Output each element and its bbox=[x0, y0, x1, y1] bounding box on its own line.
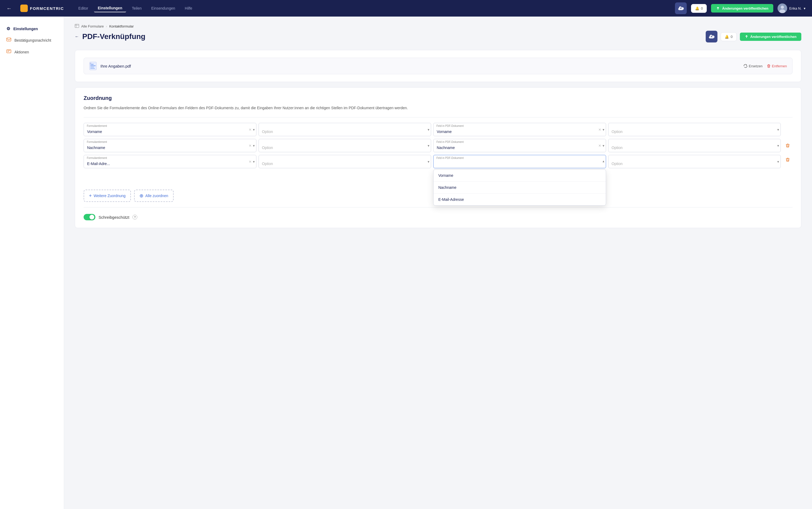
breadcrumb-home-icon bbox=[75, 24, 79, 29]
page-header: ← PDF-Verknüpfung 🔔 0 bbox=[75, 31, 801, 42]
logo: FORMCENTRIC bbox=[20, 4, 64, 12]
page-title: PDF-Verknüpfung bbox=[82, 32, 145, 41]
sidebar-label-aktionen: Aktionen bbox=[14, 50, 29, 54]
header-publish-button[interactable]: Änderungen veröffentlichen bbox=[740, 33, 801, 41]
clear-form-1[interactable]: ✕ bbox=[248, 127, 252, 132]
nav-editor[interactable]: Editor bbox=[74, 4, 92, 12]
svg-rect-0 bbox=[22, 6, 24, 8]
form-field-select-1[interactable]: Formularelement Vorname ✕ ▾ bbox=[83, 123, 257, 136]
svg-rect-3 bbox=[24, 8, 26, 10]
topnav-right: 🔔 0 Änderungen veröffentlichen Erika N. … bbox=[675, 2, 806, 14]
layout: ⚙ Einstellungen Bestätigungsnachricht Ak… bbox=[0, 16, 812, 509]
clear-pdf-2[interactable]: ✕ bbox=[598, 143, 602, 148]
pdf-field-icons-2: ✕ ▾ bbox=[598, 143, 605, 148]
pdf-option-icons-3: ▾ bbox=[777, 160, 779, 164]
breadcrumb-all-forms[interactable]: Alle Formulare bbox=[81, 24, 104, 28]
nav-teilen[interactable]: Teilen bbox=[128, 4, 145, 12]
chevron-form-3[interactable]: ▾ bbox=[253, 160, 255, 164]
svg-rect-17 bbox=[90, 68, 95, 69]
clear-pdf-1[interactable]: ✕ bbox=[598, 127, 602, 132]
nav-einstellungen[interactable]: Einstellungen bbox=[94, 4, 126, 12]
chevron-option-2[interactable]: ▾ bbox=[428, 144, 430, 148]
avatar bbox=[778, 3, 787, 13]
pdf-option-select-1[interactable]: Option ▾ bbox=[608, 123, 781, 136]
chevron-pdf-3[interactable]: ▾ bbox=[603, 160, 605, 164]
user-menu[interactable]: Erika N. ▾ bbox=[778, 3, 806, 13]
pdf-field-value-1[interactable]: Vorname bbox=[433, 123, 606, 136]
pdf-field-icons-3: ▾ bbox=[603, 160, 605, 164]
chevron-pdf-opt-1[interactable]: ▾ bbox=[777, 128, 779, 132]
pdf-actions: Ersetzen Entfernen bbox=[744, 64, 787, 68]
chevron-pdf-opt-3[interactable]: ▾ bbox=[777, 160, 779, 164]
pdf-option-icons-2: ▾ bbox=[777, 144, 779, 148]
form-option-select-3[interactable]: Option ▾ bbox=[259, 155, 431, 168]
svg-rect-15 bbox=[90, 65, 96, 66]
header-cloud-button[interactable] bbox=[706, 31, 717, 42]
form-option-icons-1: ▾ bbox=[428, 128, 430, 132]
publish-button[interactable]: Änderungen veröffentlichen bbox=[711, 4, 773, 12]
help-icon[interactable]: ? bbox=[133, 215, 137, 219]
user-name: Erika N. bbox=[789, 6, 802, 10]
top-navigation: ← FORMCENTRIC Editor Einstellungen Teile… bbox=[0, 0, 812, 16]
svg-text:PDF: PDF bbox=[91, 64, 94, 65]
chevron-pdf-opt-2[interactable]: ▾ bbox=[777, 144, 779, 148]
nav-hilfe[interactable]: Hilfe bbox=[181, 4, 196, 12]
page-back-button[interactable]: ← bbox=[75, 34, 79, 39]
sidebar-item-einstellungen[interactable]: ⚙ Einstellungen bbox=[0, 23, 64, 34]
pdf-field-select-2[interactable]: Feld in PDF-Dokument Nachname ✕ ▾ bbox=[433, 139, 606, 152]
zuordnung-card: Zuordnung Ordnen Sie die Formularelement… bbox=[75, 87, 801, 228]
add-all-icon: ⊕ bbox=[139, 193, 143, 199]
main-content: Alle Formulare › Kontaktformular ← PDF-V… bbox=[64, 16, 812, 509]
dropdown-option-vorname[interactable]: Vorname bbox=[434, 170, 606, 181]
delete-row-2[interactable] bbox=[783, 141, 792, 150]
add-icon: + bbox=[89, 193, 92, 199]
pdf-file-row: PDF Ihre Angaben.pdf Ersetzen bbox=[83, 58, 792, 74]
pdf-field-select-1[interactable]: Feld in PDF-Dokument Vorname ✕ ▾ bbox=[433, 123, 606, 136]
clear-form-3[interactable]: ✕ bbox=[248, 159, 252, 164]
user-chevron: ▾ bbox=[804, 6, 806, 10]
chevron-option-3[interactable]: ▾ bbox=[428, 160, 430, 164]
header-bell-icon: 🔔 bbox=[725, 35, 729, 39]
form-option-select-2[interactable]: Option ▾ bbox=[259, 139, 431, 152]
header-bell-count: 0 bbox=[731, 35, 733, 39]
nav-links: Editor Einstellungen Teilen Einsendungen… bbox=[74, 4, 667, 12]
settings-icon: ⚙ bbox=[6, 26, 10, 31]
replace-pdf-button[interactable]: Ersetzen bbox=[744, 64, 762, 68]
svg-rect-16 bbox=[90, 67, 94, 68]
notification-bell[interactable]: 🔔 0 bbox=[691, 4, 707, 13]
pdf-field-select-3[interactable]: Feld in PDF-Dokument ▾ Vorname Nachname … bbox=[433, 155, 606, 168]
page-header-actions: 🔔 0 Änderungen veröffentlichen bbox=[706, 31, 801, 42]
sidebar-item-aktionen[interactable]: Aktionen bbox=[0, 46, 64, 58]
delete-row-3[interactable] bbox=[783, 155, 792, 165]
form-field-icons-1: ✕ ▾ bbox=[248, 127, 255, 132]
form-option-select-1[interactable]: Option ▾ bbox=[259, 123, 431, 136]
chevron-form-2[interactable]: ▾ bbox=[253, 144, 255, 148]
section-description: Ordnen Sie die Formularelemente des Onli… bbox=[83, 105, 792, 111]
form-option-icons-2: ▾ bbox=[428, 144, 430, 148]
chevron-form-1[interactable]: ▾ bbox=[253, 128, 255, 132]
schreibgeschuetzt-toggle[interactable] bbox=[83, 214, 95, 220]
clear-form-2[interactable]: ✕ bbox=[248, 143, 252, 148]
chevron-option-1[interactable]: ▾ bbox=[428, 128, 430, 132]
nav-back-button[interactable]: ← bbox=[6, 5, 12, 11]
toggle-row: Schreibgeschützt ? bbox=[83, 214, 792, 220]
sidebar-item-bestaetigungsnachricht[interactable]: Bestätigungsnachricht bbox=[0, 34, 64, 46]
pdf-option-select-2[interactable]: Option ▾ bbox=[608, 139, 781, 152]
form-field-select-3[interactable]: Formularelement E-Mail-Adre... ✕ ▾ bbox=[83, 155, 257, 168]
chevron-pdf-2[interactable]: ▾ bbox=[603, 144, 605, 148]
form-field-select-2[interactable]: Formularelement Nachname ✕ ▾ bbox=[83, 139, 257, 152]
dropdown-option-nachname[interactable]: Nachname bbox=[434, 181, 606, 194]
dropdown-option-email[interactable]: E-Mail-Adresse bbox=[434, 194, 606, 205]
mapping-row-2: Formularelement Nachname ✕ ▾ Option bbox=[83, 139, 792, 152]
chevron-pdf-1[interactable]: ▾ bbox=[603, 128, 605, 132]
form-field-value-1[interactable]: Vorname bbox=[83, 123, 257, 136]
add-mapping-button[interactable]: + Weitere Zuordnung bbox=[83, 190, 131, 202]
remove-pdf-button[interactable]: Entfernen bbox=[767, 64, 787, 68]
nav-einsendungen[interactable]: Einsendungen bbox=[147, 4, 179, 12]
header-bell[interactable]: 🔔 0 bbox=[721, 32, 736, 41]
cloud-icon-button[interactable] bbox=[675, 2, 687, 14]
pdf-option-select-3[interactable]: Option ▾ bbox=[608, 155, 781, 168]
add-all-button[interactable]: ⊕ Alle zuordnen bbox=[134, 190, 174, 202]
pdf-field-dropdown: Vorname Nachname E-Mail-Adresse bbox=[433, 169, 606, 206]
logo-text: FORMCENTRIC bbox=[30, 6, 64, 11]
